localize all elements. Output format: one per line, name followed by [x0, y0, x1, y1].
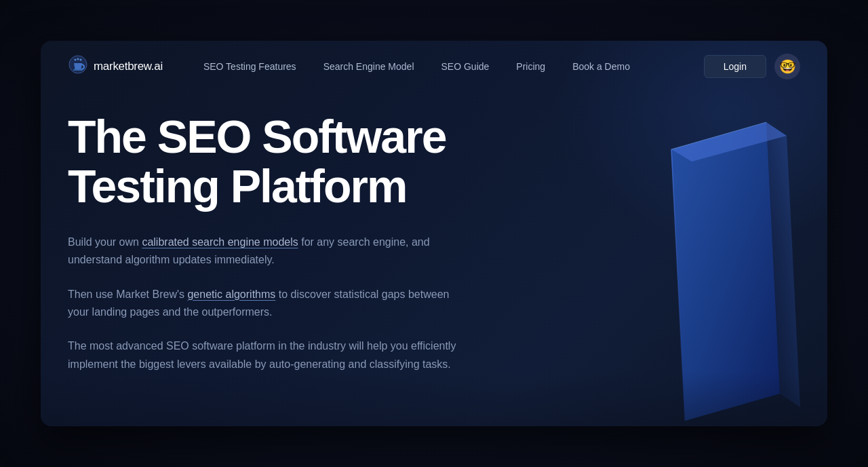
hero-paragraph-2: Then use Market Brew's genetic algorithm…	[68, 286, 461, 322]
avatar-emoji: 🤓	[779, 58, 796, 75]
nav-actions: Login 🤓	[704, 54, 800, 79]
navbar: marketbrew.ai SEO Testing Features Searc…	[41, 41, 827, 92]
hero-p2-before: Then use Market Brew's	[68, 288, 187, 300]
hero-paragraph-3: The most advanced SEO software platform …	[68, 337, 461, 373]
avatar[interactable]: 🤓	[774, 54, 800, 79]
hero-paragraph-1: Build your own calibrated search engine …	[68, 234, 461, 269]
main-card: marketbrew.ai SEO Testing Features Searc…	[41, 41, 827, 426]
nav-book-a-demo[interactable]: Book a Demo	[559, 56, 644, 77]
logo-text: marketbrew.ai	[94, 60, 163, 73]
svg-rect-9	[73, 69, 83, 71]
svg-point-6	[75, 58, 77, 60]
logo-icon	[68, 54, 88, 79]
svg-point-7	[77, 58, 79, 60]
hero-title: The SEO Software Testing Platform	[68, 112, 529, 212]
nav-pricing[interactable]: Pricing	[502, 56, 559, 77]
hero-p3-text: The most advanced SEO software platform …	[68, 340, 456, 369]
svg-point-8	[80, 58, 82, 60]
hero-p1-highlight: calibrated search engine models	[142, 236, 298, 248]
login-button[interactable]: Login	[704, 55, 766, 78]
logo[interactable]: marketbrew.ai	[68, 54, 163, 79]
nav-seo-guide[interactable]: SEO Guide	[428, 56, 503, 77]
nav-links: SEO Testing Features Search Engine Model…	[190, 56, 704, 77]
nav-search-engine-model[interactable]: Search Engine Model	[310, 56, 428, 77]
hero-p2-highlight: genetic algorithms	[187, 288, 275, 300]
hero-section: The SEO Software Testing Platform Build …	[41, 92, 827, 417]
hero-p1-before: Build your own	[68, 236, 142, 248]
nav-seo-testing-features[interactable]: SEO Testing Features	[190, 56, 310, 77]
